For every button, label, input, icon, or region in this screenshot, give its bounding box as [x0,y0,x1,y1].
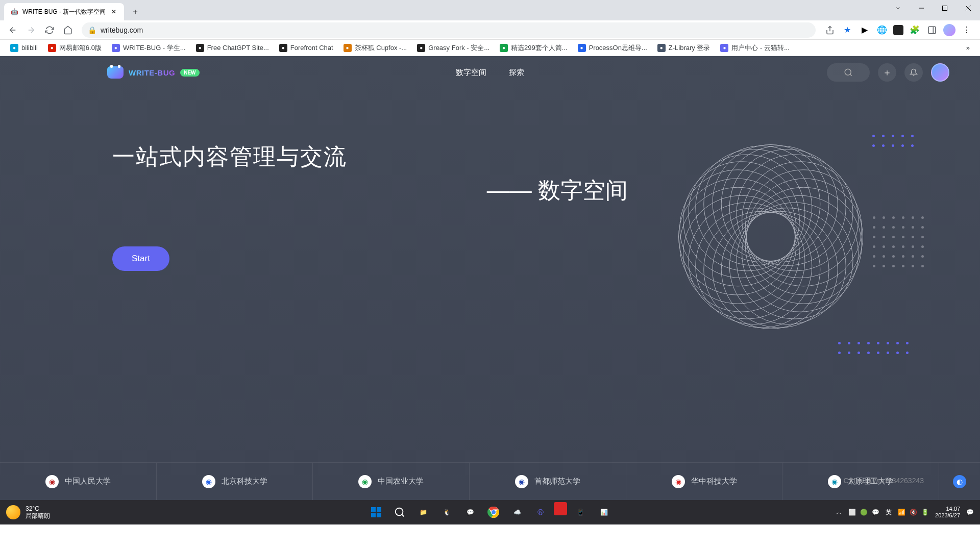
spirograph-icon [674,140,868,334]
side-panel-icon[interactable] [926,24,938,36]
university-more[interactable]: ◐ [939,463,980,500]
maximize-button[interactable] [933,0,957,16]
svg-point-37 [492,510,496,514]
taskbar-center: 📁 🐧 💬 ☁️ Ⓚ 📱 📊 [366,502,614,522]
reload-button[interactable] [41,21,58,39]
svg-rect-1 [943,6,947,11]
svg-rect-34 [377,513,381,517]
bookmark-item[interactable]: ●茶杯狐 Cupfox -... [339,41,411,55]
window-controls [886,0,980,16]
svg-point-25 [713,145,829,261]
excel-icon[interactable]: 📊 [594,502,614,522]
hero-title-line1: 一站式内容管理与交流 [112,140,643,173]
bookmark-item[interactable]: ●Forefront Chat [275,42,337,54]
bookmark-item[interactable]: ●WRITE-BUG - 学生... [108,41,190,55]
chrome-icon[interactable] [483,502,504,522]
url-text: writebug.com [101,26,143,34]
svg-point-19 [679,179,795,295]
bookmark-item[interactable]: ●精选299套个人简... [496,41,572,55]
bookmark-overflow[interactable]: » [962,42,974,54]
bookmark-item[interactable]: ●网易邮箱6.0版 [44,41,106,55]
wifi-icon[interactable]: 📶 [898,509,905,516]
dots-decoration [838,342,909,354]
nav-explore[interactable]: 探索 [509,68,524,78]
hero-graphic [643,140,898,334]
bookmark-item[interactable]: ●bilibili [6,42,42,54]
tray-icon[interactable]: 🟢 [860,509,868,516]
tab-close-icon[interactable]: ✕ [110,8,118,16]
extension-icon-2[interactable] [893,25,903,35]
ime-indicator[interactable]: 英 [886,508,892,517]
bookmark-star-icon[interactable]: ★ [841,24,853,36]
address-input[interactable]: 🔒 writebug.com [82,22,816,38]
bookmark-item[interactable]: ●用户中心 - 云猫转... [716,41,793,55]
bookmark-item[interactable]: ●Free ChatGPT Site... [192,42,273,54]
wechat-icon[interactable]: 💬 [460,502,480,522]
new-tab-button[interactable]: ＋ [128,5,142,19]
browser-tab[interactable]: 🤖 WRITE-BUG - 新一代数字空间 ✕ [4,3,124,20]
weather-widget[interactable]: 32°C 局部晴朗 [6,505,50,520]
tab-title: WRITE-BUG - 新一代数字空间 [22,8,106,16]
university-item[interactable]: ◉中国人民大学 [0,463,157,500]
date-text: 2023/6/27 [935,512,960,519]
battery-icon[interactable]: 🔋 [921,509,929,516]
app-icon-1[interactable]: ☁️ [507,502,527,522]
tray-icon[interactable]: 💬 [872,509,879,516]
university-item[interactable]: ◉首都师范大学 [470,463,626,500]
chrome-menu-icon[interactable]: ⋮ [961,24,973,36]
university-item[interactable]: ◉华中科技大学 [626,463,783,500]
profile-avatar-icon[interactable] [943,24,955,36]
home-button[interactable] [59,21,77,39]
svg-point-6 [845,69,851,75]
add-button[interactable]: ＋ [878,63,896,82]
start-button[interactable]: Start [112,246,169,271]
nav-digital-space[interactable]: 数字空间 [456,68,486,78]
tab-search-icon[interactable] [886,0,910,16]
svg-point-9 [742,195,859,312]
main-nav: 数字空间 探索 [456,68,524,78]
explorer-icon[interactable]: 📁 [413,502,433,522]
minimize-button[interactable] [910,0,933,16]
site-header: WRITE-BUG NEW 数字空间 探索 ＋ [0,56,980,89]
tray-chevron-icon[interactable]: ︿ [836,508,842,517]
search-button[interactable] [827,63,870,82]
clock[interactable]: 14:07 2023/6/27 [935,506,960,519]
user-avatar[interactable] [931,63,949,82]
app-icon-2[interactable]: Ⓚ [530,502,551,522]
svg-rect-32 [377,507,381,512]
svg-rect-4 [928,27,936,34]
bookmark-item[interactable]: ●Greasy Fork - 安全... [413,41,494,55]
new-badge: NEW [180,69,199,77]
bookmark-item[interactable]: ●Z-Library 登录 [653,41,715,55]
university-item[interactable]: ◉中国农业大学 [313,463,470,500]
system-tray: ︿ ⬜ 🟢 💬 英 📶 🔇 🔋 14:07 2023/6/27 💬 [836,506,974,519]
close-button[interactable] [957,0,980,16]
university-item[interactable]: ◉北京科技大学 [157,463,313,500]
svg-point-13 [713,213,829,329]
notification-center-icon[interactable]: 💬 [966,509,974,516]
play-icon[interactable]: ▶ [859,24,871,36]
search-taskbar-icon[interactable] [389,502,410,522]
share-icon[interactable] [824,24,836,36]
svg-point-21 [683,162,799,278]
bookmark-item[interactable]: ●ProcessOn思维导... [574,41,651,55]
site-logo[interactable]: WRITE-BUG NEW [107,66,200,79]
dots-decoration [872,135,914,147]
universities-bar: ◉中国人民大学◉北京科技大学◉中国农业大学◉首都师范大学◉华中科技大学◉太原理工… [0,462,980,500]
page-content: WRITE-BUG NEW 数字空间 探索 ＋ 一站式内容管理与交流 —— 数字… [0,56,980,500]
app-icon-3[interactable] [554,502,567,515]
back-button[interactable] [4,21,21,39]
app-icon-4[interactable]: 📱 [570,502,591,522]
qq-icon[interactable]: 🐧 [436,502,457,522]
tray-icon[interactable]: ⬜ [848,509,856,516]
svg-point-27 [729,149,846,265]
forward-button[interactable] [22,21,40,39]
extensions-puzzle-icon[interactable]: 🧩 [909,24,921,36]
extension-icon-1[interactable]: 🌐 [876,24,888,36]
notifications-button[interactable] [904,63,923,82]
address-bar: 🔒 writebug.com ★ ▶ 🌐 🧩 ⋮ [0,20,980,40]
volume-icon[interactable]: 🔇 [910,509,917,516]
logo-text: WRITE-BUG [129,68,175,77]
svg-point-29 [742,162,859,278]
start-menu-icon[interactable] [366,502,386,522]
